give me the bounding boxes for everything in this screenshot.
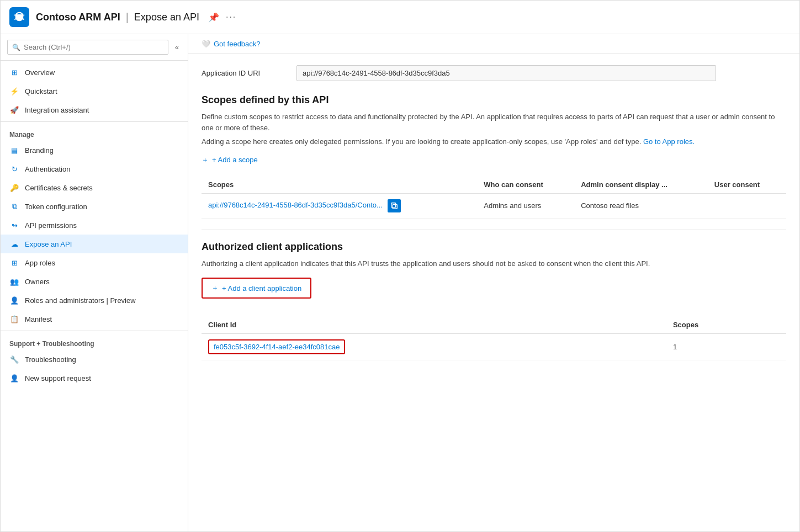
section-separator: [202, 230, 786, 230]
scopes-col-admin: Admin consent display ...: [574, 176, 708, 194]
branding-icon: ▤: [9, 145, 19, 155]
client-id-link[interactable]: fe053c5f-3692-4f14-aef2-ee34fc081cae: [208, 339, 345, 354]
sidebar-item-app-roles[interactable]: ⊞ App roles: [1, 253, 188, 272]
sidebar-item-api-permissions[interactable]: ↬ API permissions: [1, 216, 188, 235]
sidebar-label-certificates: Certificates & secrets: [25, 184, 93, 192]
token-icon: ⧉: [9, 201, 19, 211]
feedback-bar[interactable]: 🤍 Got feedback?: [188, 34, 799, 54]
scopes-col-user: User consent: [708, 176, 786, 194]
app-id-uri-input[interactable]: [296, 65, 716, 81]
manifest-icon: 📋: [9, 314, 19, 324]
sidebar-label-overview: Overview: [25, 68, 55, 77]
app-id-uri-label: Application ID URI: [202, 69, 290, 77]
clients-table: Client Id Scopes fe053c5f-3692-4f14-aef2…: [202, 316, 786, 360]
content-area: Application ID URI Scopes defined by thi…: [188, 54, 799, 371]
scopes-desc2: Adding a scope here creates only delegat…: [202, 136, 786, 147]
sidebar-item-overview[interactable]: ⊞ Overview: [1, 63, 188, 82]
sidebar-item-manifest[interactable]: 📋 Manifest: [1, 310, 188, 328]
search-box[interactable]: 🔍: [7, 40, 168, 55]
sidebar-label-troubleshooting: Troubleshooting: [25, 355, 76, 364]
user-consent-value: [708, 193, 786, 218]
owners-icon: 👥: [9, 276, 19, 286]
header-sep: |: [126, 11, 129, 24]
add-scope-button[interactable]: ＋ + Add a scope: [202, 151, 258, 169]
sidebar-item-troubleshooting[interactable]: 🔧 Troubleshooting: [1, 350, 188, 369]
integration-icon: 🚀: [9, 105, 19, 115]
sidebar-nav: ⊞ Overview ⚡ Quickstart 🚀 Integration as…: [1, 61, 188, 390]
scope-link[interactable]: api://9768c14c-2491-4558-86df-3d35cc9f3d…: [208, 201, 383, 209]
roles-icon: 👤: [9, 295, 19, 305]
header-page-title: Expose an API: [134, 12, 199, 23]
scopes-col-scope: Scopes: [202, 176, 477, 194]
add-client-plus-icon: ＋: [211, 283, 219, 293]
sidebar-item-certificates[interactable]: 🔑 Certificates & secrets: [1, 178, 188, 197]
sidebar-label-authentication: Authentication: [25, 165, 70, 173]
header-actions: 📌 ···: [208, 12, 236, 23]
scopes-col-who: Who can consent: [477, 176, 574, 194]
auth-icon: ↻: [9, 164, 19, 174]
client-scopes-value: 1: [666, 334, 786, 360]
sidebar-item-roles-admin[interactable]: 👤 Roles and administrators | Preview: [1, 291, 188, 310]
svg-rect-0: [393, 204, 398, 209]
sidebar-label-roles: Roles and administrators | Preview: [25, 296, 136, 305]
troubleshoot-icon: 🔧: [9, 354, 19, 364]
client-id-value: fe053c5f-3692-4f14-aef2-ee34fc081cae: [202, 334, 666, 360]
admin-display-value: Contoso read files: [574, 193, 708, 218]
copy-icon[interactable]: [388, 199, 401, 212]
clients-col-id: Client Id: [202, 316, 666, 334]
feedback-heart-icon: 🤍: [202, 40, 210, 48]
expose-icon: ☁: [9, 239, 19, 249]
sidebar-label-quickstart: Quickstart: [25, 87, 57, 95]
add-client-button[interactable]: ＋ + Add a client application: [202, 278, 311, 299]
app-icon: [9, 7, 29, 27]
sidebar-search-area: 🔍 «: [1, 34, 188, 61]
overview-icon: ⊞: [9, 67, 19, 77]
collapse-button[interactable]: «: [173, 41, 181, 54]
search-input[interactable]: [24, 43, 163, 51]
auth-clients-desc: Authorizing a client application indicat…: [202, 258, 786, 269]
sidebar-item-owners[interactable]: 👥 Owners: [1, 272, 188, 291]
sidebar-item-quickstart[interactable]: ⚡ Quickstart: [1, 82, 188, 100]
search-icon: 🔍: [12, 44, 20, 51]
main-content: 🤍 Got feedback? Application ID URI Scope…: [188, 34, 799, 531]
table-row: api://9768c14c-2491-4558-86df-3d35cc9f3d…: [202, 193, 786, 218]
approles-icon: ⊞: [9, 258, 19, 268]
who-consent-value: Admins and users: [477, 193, 574, 218]
table-row: fe053c5f-3692-4f14-aef2-ee34fc081cae 1: [202, 334, 786, 360]
scopes-table: Scopes Who can consent Admin consent dis…: [202, 176, 786, 219]
sidebar-label-manifest: Manifest: [25, 315, 52, 323]
pin-icon[interactable]: 📌: [208, 12, 219, 23]
sidebar: 🔍 « ⊞ Overview ⚡ Quickstart 🚀 Integratio…: [1, 34, 188, 531]
api-icon: ↬: [9, 220, 19, 230]
add-scope-plus-icon: ＋: [202, 155, 209, 165]
support-section-label: Support + Troubleshooting: [1, 333, 188, 350]
sidebar-item-authentication[interactable]: ↻ Authentication: [1, 159, 188, 178]
sidebar-label-integration: Integration assistant: [25, 106, 89, 114]
cert-icon: 🔑: [9, 183, 19, 193]
scope-value: api://9768c14c-2491-4558-86df-3d35cc9f3d…: [202, 193, 477, 218]
add-scope-label: + Add a scope: [212, 156, 258, 164]
nav-divider-1: [1, 121, 188, 122]
sidebar-label-token: Token configuration: [25, 203, 87, 211]
sidebar-item-token[interactable]: ⧉ Token configuration: [1, 197, 188, 216]
svg-rect-1: [391, 203, 396, 207]
sidebar-label-support: New support request: [25, 374, 91, 382]
sidebar-label-branding: Branding: [25, 146, 54, 155]
sidebar-item-new-support[interactable]: 👤 New support request: [1, 369, 188, 387]
scopes-title: Scopes defined by this API: [202, 94, 786, 106]
sidebar-label-expose: Expose an API: [25, 240, 72, 248]
sidebar-label-api: API permissions: [25, 221, 77, 230]
clients-col-scopes: Scopes: [666, 316, 786, 334]
add-client-label: + Add a client application: [222, 284, 301, 292]
nav-divider-2: [1, 331, 188, 331]
feedback-label: Got feedback?: [214, 40, 261, 48]
app-id-uri-row: Application ID URI: [202, 65, 786, 81]
support-icon: 👤: [9, 373, 19, 383]
sidebar-item-integration[interactable]: 🚀 Integration assistant: [1, 100, 188, 119]
sidebar-item-branding[interactable]: ▤ Branding: [1, 141, 188, 159]
sidebar-label-approles: App roles: [25, 259, 55, 267]
go-to-app-roles-link[interactable]: Go to App roles.: [643, 137, 695, 146]
header-app-name: Contoso ARM API: [36, 12, 120, 23]
sidebar-item-expose-api[interactable]: ☁ Expose an API: [1, 235, 188, 253]
more-icon[interactable]: ···: [226, 12, 236, 22]
